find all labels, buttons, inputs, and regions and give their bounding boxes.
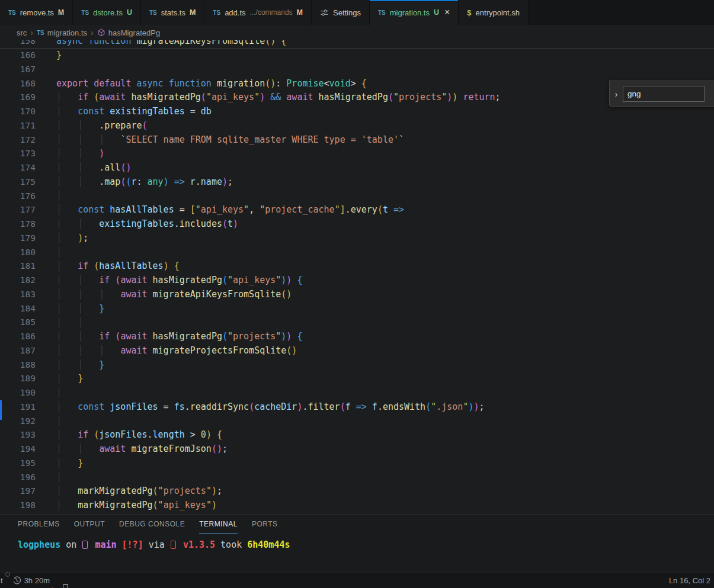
sticky-scroll-line[interactable]: 158async function migrateApiKeysFromSqli…: [0, 40, 714, 49]
line-number[interactable]: 182: [0, 274, 36, 288]
panel-tab-terminal[interactable]: TERMINAL: [199, 515, 238, 534]
code-line-196[interactable]: 196│: [0, 471, 714, 485]
code-line-168[interactable]: 168export default async function migrati…: [0, 77, 714, 91]
code-line-188[interactable]: 188│ │ }: [0, 358, 714, 372]
line-number[interactable]: 172: [0, 133, 36, 147]
code-line-191[interactable]: 191│ const jsonFiles = fs.readdirSync(ca…: [0, 400, 714, 415]
line-number[interactable]: 175: [0, 175, 36, 189]
code-line-181[interactable]: 181│ if (hasAllTables) {: [0, 259, 714, 274]
terminal[interactable]: logpheus on main [!?] via v1.3.5 took 6h…: [0, 534, 714, 567]
line-number[interactable]: 198: [0, 499, 36, 513]
line-number[interactable]: 197: [0, 484, 36, 499]
prompt-segment: logpheus: [18, 539, 60, 550]
panel-tab-problems[interactable]: PROBLEMS: [18, 515, 60, 534]
breadcrumb-item-migration.ts[interactable]: TSmigration.ts: [37, 28, 87, 37]
code-line-177[interactable]: 177│ const hasAllTables = ["api_keys", "…: [0, 203, 714, 217]
code-line-183[interactable]: 183│ │ │ await migrateApiKeysFromSqlite(…: [0, 288, 714, 302]
code-line-193[interactable]: 193│ if (jsonFiles.length > 0) {: [0, 428, 714, 442]
panel-tab-ports[interactable]: PORTS: [252, 515, 278, 534]
line-number[interactable]: 186: [0, 330, 36, 344]
line-number[interactable]: 174: [0, 161, 36, 175]
code-line-sticky[interactable]: 158async function migrateApiKeysFromSqli…: [0, 40, 714, 49]
code-line-186[interactable]: 186│ │ if (await hasMigratedPg("projects…: [0, 330, 714, 344]
code-line-166[interactable]: 166}: [0, 49, 714, 63]
tab-Settings[interactable]: Settings: [312, 0, 370, 25]
code-line-189[interactable]: 189│ }: [0, 372, 714, 386]
line-number[interactable]: 184: [0, 302, 36, 316]
panel-tab-output[interactable]: OUTPUT: [74, 515, 105, 534]
line-number[interactable]: 194: [0, 442, 36, 457]
line-number[interactable]: 188: [0, 358, 36, 372]
code-line-179[interactable]: 179│ );: [0, 232, 714, 246]
tab-close-icon[interactable]: ×: [444, 8, 450, 17]
code-line-172[interactable]: 172│ │ │ `SELECT name FROM sqlite_master…: [0, 133, 714, 147]
code-line-171[interactable]: 171│ │ .prepare(: [0, 119, 714, 133]
find-widget: ›: [609, 81, 714, 107]
tab-migration.ts[interactable]: TSmigration.tsU×: [370, 0, 459, 25]
tab-entrypoint.sh[interactable]: $entrypoint.sh: [459, 0, 529, 25]
editor-pane[interactable]: 158async function migrateApiKeysFromSqli…: [0, 40, 714, 514]
line-number[interactable]: 187: [0, 344, 36, 358]
line-number[interactable]: 192: [0, 415, 36, 429]
line-number[interactable]: 168: [0, 77, 36, 91]
line-number[interactable]: 176: [0, 189, 36, 204]
terminal-input-line[interactable]: ›: [18, 552, 714, 567]
tab-dstore.ts[interactable]: TSdstore.tsU: [73, 0, 141, 25]
tab-add.ts[interactable]: TSadd.ts.../commandsM: [204, 0, 312, 25]
line-number[interactable]: 185: [0, 316, 36, 330]
line-content: │ │ }: [36, 302, 104, 316]
line-number[interactable]: 167: [0, 63, 36, 77]
command-decoration-circle[interactable]: [5, 572, 10, 577]
line-number[interactable]: 189: [0, 372, 36, 386]
line-number[interactable]: 177: [0, 203, 36, 217]
code-line-198[interactable]: 198│ markMigratedPg("api_keys"): [0, 499, 714, 513]
line-number[interactable]: 170: [0, 105, 36, 119]
line-number[interactable]: 158: [0, 40, 36, 49]
code-line-185[interactable]: 185│ │: [0, 316, 714, 330]
tab-stats.ts[interactable]: TSstats.tsM: [141, 0, 204, 25]
code-line-195[interactable]: 195│ }: [0, 457, 714, 471]
line-number[interactable]: 179: [0, 232, 36, 246]
code-line-174[interactable]: 174│ │ .all(): [0, 161, 714, 175]
code-line-182[interactable]: 182│ │ if (await hasMigratedPg("api_keys…: [0, 274, 714, 288]
line-number[interactable]: 171: [0, 119, 36, 133]
code-line-187[interactable]: 187│ │ │ await migrateProjectsFromSqlite…: [0, 344, 714, 358]
find-toggle-replace-chevron[interactable]: ›: [610, 89, 623, 99]
code-line-184[interactable]: 184│ │ }: [0, 302, 714, 316]
code-line-180[interactable]: 180│: [0, 246, 714, 260]
line-number[interactable]: 173: [0, 147, 36, 161]
code-line-169[interactable]: 169│ if (await hasMigratedPg("api_keys")…: [0, 91, 714, 105]
line-number[interactable]: 191: [0, 400, 36, 415]
tab-remove.ts[interactable]: TSremove.tsM: [0, 0, 73, 25]
line-number[interactable]: 166: [0, 49, 36, 63]
line-number[interactable]: 169: [0, 91, 36, 105]
line-number[interactable]: 193: [0, 428, 36, 442]
code-line-167[interactable]: 167: [0, 63, 714, 77]
code-line-178[interactable]: 178│ │ existingTables.includes(t): [0, 217, 714, 232]
status-cursor-position[interactable]: Ln 16, Col 2: [667, 576, 713, 585]
line-number[interactable]: 190: [0, 386, 36, 400]
code-line-197[interactable]: 197│ markMigratedPg("projects");: [0, 484, 714, 499]
code-line-194[interactable]: 194│ │ await migrateFromJson();: [0, 442, 714, 457]
code-line-190[interactable]: 190│: [0, 386, 714, 400]
typescript-file-icon: TS: [37, 30, 44, 36]
find-input[interactable]: [623, 86, 705, 102]
line-number[interactable]: 181: [0, 259, 36, 274]
code-line-173[interactable]: 173│ │ ): [0, 147, 714, 161]
code-line-192[interactable]: 192│: [0, 415, 714, 429]
breadcrumb-item-hasMigratedPg[interactable]: hasMigratedPg: [97, 28, 160, 37]
code-line-170[interactable]: 170│ const existingTables = db: [0, 105, 714, 119]
line-number[interactable]: 180: [0, 246, 36, 260]
terminal-prompt-line: logpheus on main [!?] via v1.3.5 took 6h…: [18, 538, 714, 552]
line-number[interactable]: 195: [0, 457, 36, 471]
breadcrumb-item-src[interactable]: src: [17, 28, 27, 37]
line-number[interactable]: 178: [0, 217, 36, 232]
line-number[interactable]: 196: [0, 471, 36, 485]
line-number[interactable]: 183: [0, 288, 36, 302]
status-timer-item[interactable]: 3h 20m: [10, 576, 52, 585]
code-line-175[interactable]: 175│ │ .map((r: any) => r.name);: [0, 175, 714, 189]
code-line-176[interactable]: 176│: [0, 189, 714, 204]
panel-tab-debug-console[interactable]: DEBUG CONSOLE: [119, 515, 185, 534]
prompt-segment: [!?]: [122, 539, 143, 550]
status-truncated-item[interactable]: t: [0, 576, 5, 585]
